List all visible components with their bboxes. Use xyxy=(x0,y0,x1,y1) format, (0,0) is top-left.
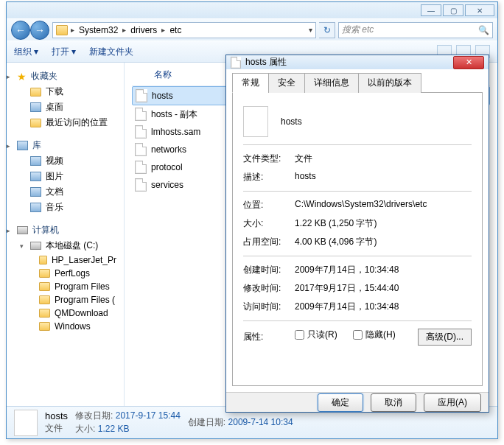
folder-icon xyxy=(39,295,50,304)
sidebar-item-downloads[interactable]: 下载 xyxy=(7,84,124,99)
filename-input[interactable] xyxy=(280,114,472,129)
sidebar-item-videos[interactable]: 视频 xyxy=(7,153,124,169)
breadcrumb[interactable]: ▸ System32 ▸ drivers ▸ etc ▾ xyxy=(52,22,316,38)
address-row: ← → ▸ System32 ▸ drivers ▸ etc ▾ ↻ 搜索 et… xyxy=(7,18,497,41)
desktop-icon xyxy=(30,102,41,112)
sidebar-item-folder[interactable]: QMDownload xyxy=(7,306,124,320)
dialog-titlebar: hosts 属性 ✕ xyxy=(226,55,489,69)
library-icon xyxy=(17,141,28,150)
sidebar-computer[interactable]: ▸计算机 xyxy=(7,221,124,238)
sidebar: ▸★收藏夹 下载 桌面 最近访问的位置 ▸库 视频 图片 文档 音乐 ▸计算机 … xyxy=(7,63,125,406)
open-button[interactable]: 打开 ▾ xyxy=(52,46,76,58)
properties-dialog: hosts 属性 ✕ 常规 安全 详细信息 以前的版本 文件类型:文件 描述:h… xyxy=(225,55,489,413)
titlebar: — ▢ ✕ xyxy=(7,2,497,18)
sidebar-item-pictures[interactable]: 图片 xyxy=(7,169,124,184)
details-type: 文件 xyxy=(45,422,68,435)
search-placeholder: 搜索 etc xyxy=(342,24,374,36)
drive-icon xyxy=(30,242,41,250)
folder-icon xyxy=(30,88,41,97)
sidebar-libraries[interactable]: ▸库 xyxy=(7,136,124,153)
close-button[interactable]: ✕ xyxy=(465,4,494,16)
apply-button[interactable]: 应用(A) xyxy=(424,393,481,412)
minimize-button[interactable]: — xyxy=(421,4,441,16)
advanced-button[interactable]: 高级(D)... xyxy=(418,329,472,346)
search-input[interactable]: 搜索 etc 🔍 xyxy=(338,22,493,38)
picture-icon xyxy=(30,172,41,181)
forward-button[interactable]: → xyxy=(30,21,49,40)
crumb-etc[interactable]: etc xyxy=(168,25,183,35)
computer-icon xyxy=(17,226,28,234)
hidden-checkbox[interactable]: 隐藏(H) xyxy=(353,329,396,341)
recent-icon xyxy=(30,119,41,127)
tab-details[interactable]: 详细信息 xyxy=(304,73,359,93)
sidebar-item-folder[interactable]: Windows xyxy=(7,320,124,333)
sidebar-item-desktop[interactable]: 桌面 xyxy=(7,99,124,115)
sidebar-item-music[interactable]: 音乐 xyxy=(7,200,124,215)
sidebar-item-folder[interactable]: Program Files xyxy=(7,280,124,293)
new-folder-button[interactable]: 新建文件夹 xyxy=(89,46,133,58)
music-icon xyxy=(30,203,41,212)
video-icon xyxy=(30,156,41,166)
folder-icon xyxy=(39,256,47,264)
crumb-drivers[interactable]: drivers xyxy=(129,25,158,35)
dialog-title: hosts 属性 xyxy=(245,56,287,69)
file-icon xyxy=(136,89,147,102)
tab-general[interactable]: 常规 xyxy=(232,73,269,93)
sidebar-item-drive-c[interactable]: ▾本地磁盘 (C:) xyxy=(7,238,124,253)
ok-button[interactable]: 确定 xyxy=(318,393,363,412)
back-button[interactable]: ← xyxy=(11,21,30,40)
sidebar-item-documents[interactable]: 文档 xyxy=(7,184,124,200)
maximize-button[interactable]: ▢ xyxy=(443,4,463,16)
readonly-checkbox[interactable]: 只读(R) xyxy=(295,329,337,341)
tab-previous[interactable]: 以前的版本 xyxy=(358,73,421,93)
sidebar-favorites[interactable]: ▸★收藏夹 xyxy=(7,67,124,84)
tab-security[interactable]: 安全 xyxy=(268,73,305,93)
dialog-close-button[interactable]: ✕ xyxy=(453,56,484,69)
sidebar-item-folder[interactable]: HP_LaserJet_Pr xyxy=(7,253,124,267)
folder-icon xyxy=(39,282,50,291)
cancel-button[interactable]: 取消 xyxy=(371,393,416,412)
organize-button[interactable]: 组织 ▾ xyxy=(14,46,38,58)
folder-icon xyxy=(56,25,68,35)
star-icon: ★ xyxy=(17,71,27,83)
file-icon xyxy=(135,161,147,174)
folder-icon xyxy=(39,269,50,278)
tabs: 常规 安全 详细信息 以前的版本 xyxy=(232,72,483,93)
file-icon xyxy=(243,106,268,137)
sidebar-item-folder[interactable]: Program Files ( xyxy=(7,293,124,306)
dialog-footer: 确定 取消 应用(A) xyxy=(226,392,489,412)
document-icon xyxy=(30,187,41,197)
sidebar-item-folder[interactable]: PerfLogs xyxy=(7,267,124,280)
file-icon xyxy=(135,178,147,192)
file-icon xyxy=(135,143,147,156)
search-icon: 🔍 xyxy=(478,25,489,35)
crumb-system32[interactable]: System32 xyxy=(77,25,119,35)
file-icon xyxy=(14,410,38,436)
file-icon xyxy=(135,125,147,139)
refresh-button[interactable]: ↻ xyxy=(319,22,335,38)
folder-icon xyxy=(39,309,50,318)
folder-icon xyxy=(39,322,50,331)
file-icon xyxy=(135,108,147,121)
sidebar-item-recent[interactable]: 最近访问的位置 xyxy=(7,115,124,130)
details-name: hosts xyxy=(45,410,68,421)
file-icon xyxy=(231,57,241,69)
tab-content: 文件类型:文件 描述:hosts 位置:C:\Windows\System32\… xyxy=(232,93,483,386)
